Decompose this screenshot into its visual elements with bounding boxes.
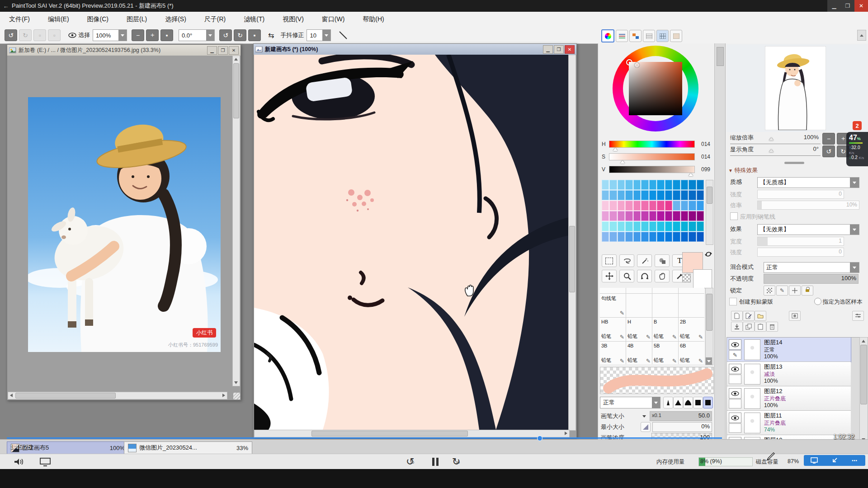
brush-item[interactable]: 6B 铅笔 ✎ [679, 342, 704, 364]
reference-restore-button[interactable]: ❐ [218, 46, 228, 55]
palette-swatch[interactable] [618, 190, 625, 200]
layers-scrollbar[interactable] [859, 337, 868, 444]
line-tool-icon[interactable] [338, 30, 348, 40]
palette-swatch[interactable] [673, 221, 680, 231]
brush-scrollbar[interactable] [705, 288, 713, 365]
scroll-up-arrow[interactable] [234, 58, 238, 61]
tip-shape-dome[interactable] [683, 397, 693, 408]
apply-to-pen-checkbox[interactable] [730, 212, 738, 220]
palette-swatch[interactable] [673, 211, 680, 221]
hue-ring[interactable] [613, 46, 698, 131]
brush-item[interactable]: B 铅笔 ✎ [652, 318, 678, 341]
panel-scroll-up-button[interactable] [857, 30, 866, 41]
palette-swatch[interactable] [665, 201, 672, 211]
rewind-10-button[interactable]: ↺10 [406, 456, 418, 468]
brush-size-dropdown[interactable] [642, 415, 646, 418]
palette-swatch[interactable] [602, 180, 609, 190]
panel-divider-grip[interactable] [784, 162, 804, 164]
flip-icon[interactable]: ⇆ [268, 31, 274, 40]
layer-item[interactable]: ✎ 图层12 正片叠底 100% [727, 386, 851, 411]
zoom-in-button[interactable]: ＋ [146, 29, 159, 41]
canvas-window-title-bar[interactable]: 新建画布5 (*) (100%) ▁ ❐ ✕ [254, 44, 576, 55]
brush-item[interactable] [652, 288, 678, 293]
value-slider[interactable] [609, 166, 695, 173]
player-progress-knob[interactable] [537, 436, 542, 441]
redo-button[interactable]: ↻ [19, 29, 32, 41]
palette-swatch[interactable] [618, 221, 625, 231]
palette-swatch[interactable] [665, 180, 672, 190]
palette-swatch[interactable] [609, 232, 617, 242]
menu-item[interactable]: 图层(L) [118, 15, 156, 23]
clear-layer-button[interactable] [755, 322, 766, 332]
brush-item[interactable] [626, 288, 652, 293]
palette-swatch[interactable] [665, 190, 672, 200]
palette-swatch[interactable] [625, 232, 632, 242]
zoom-slider-marker[interactable] [769, 137, 774, 141]
transparent-color-well[interactable] [682, 274, 691, 282]
selection-source-radio[interactable] [814, 298, 821, 305]
palette-swatch[interactable] [657, 232, 664, 242]
merge-down-button[interactable] [731, 322, 743, 332]
menu-item[interactable]: 滤镜(T) [235, 15, 274, 23]
swap-colors-icon[interactable] [705, 250, 713, 258]
new-linework-layer-button[interactable] [743, 311, 755, 321]
palette-swatch[interactable] [625, 221, 632, 231]
nav-rotate-ccw-button[interactable]: ↺ [822, 145, 835, 157]
move-tool[interactable] [602, 270, 617, 282]
brush-item[interactable]: 勾线笔 ✎ [600, 294, 626, 317]
palette-swatch[interactable] [633, 221, 641, 231]
mixer-panel-toggle[interactable] [643, 30, 655, 42]
rotate-view-tool[interactable] [637, 270, 652, 282]
palette-swatch[interactable] [633, 211, 641, 221]
layer-visibility-toggle[interactable] [729, 339, 741, 350]
min-size-slider[interactable]: 0% [652, 422, 712, 432]
forward-30-button[interactable]: ↻30 [452, 456, 464, 468]
palette-swatch[interactable] [681, 201, 688, 211]
delete-layer-button[interactable] [766, 322, 778, 332]
menu-item[interactable]: 视图(V) [274, 15, 313, 23]
effect-width-slider[interactable]: 1 [757, 237, 844, 246]
brush-item[interactable]: 4B 铅笔 ✎ [626, 342, 652, 364]
palette-swatch[interactable] [641, 180, 648, 190]
palette-swatch[interactable] [633, 232, 641, 242]
undo-button[interactable]: ↺ [5, 29, 17, 41]
palette-swatch[interactable] [618, 180, 625, 190]
zoom-tool[interactable] [619, 270, 634, 282]
brush-blend-combo[interactable]: 正常 [600, 397, 660, 408]
panel-splitter[interactable] [714, 43, 726, 454]
menu-item[interactable]: 窗口(W) [313, 15, 354, 23]
menu-item[interactable]: 编辑(E) [39, 15, 78, 23]
zoom-combo[interactable]: 100% [93, 29, 127, 41]
angle-dropdown[interactable] [206, 30, 214, 41]
palette-swatch[interactable] [625, 180, 632, 190]
new-folder-button[interactable] [755, 311, 766, 321]
scroll-right-arrow[interactable] [222, 394, 225, 397]
brush-item[interactable] [600, 288, 626, 293]
resize-grip[interactable] [233, 393, 240, 399]
canvas-horizontal-scrollbar[interactable] [254, 430, 570, 437]
palette-swatch[interactable] [689, 190, 696, 200]
palette-swatch[interactable] [697, 190, 704, 200]
screen-recorder-widget[interactable]: ⋯ [804, 455, 865, 466]
palette-swatch[interactable] [665, 221, 672, 231]
system-monitor-overlay[interactable]: 47% ↑32.0 K/s ↓0.2 K/s [846, 132, 868, 166]
palette-swatch[interactable] [681, 232, 688, 242]
menu-item[interactable]: 选择(S) [156, 15, 195, 23]
layer-visibility-toggle[interactable] [729, 364, 741, 374]
palette-swatch[interactable] [681, 190, 688, 200]
clipping-mask-checkbox[interactable] [729, 298, 737, 305]
copy-layer-button[interactable] [743, 322, 755, 332]
palette-swatch[interactable] [665, 211, 672, 221]
palette-swatch[interactable] [673, 190, 680, 200]
palette-swatch[interactable] [618, 201, 625, 211]
rect-select-tool[interactable] [602, 254, 617, 267]
palette-swatch[interactable] [649, 211, 656, 221]
minimize-button[interactable]: ▁ [827, 0, 841, 12]
palette-swatch[interactable] [633, 180, 641, 190]
canvas-close-button[interactable]: ✕ [565, 45, 575, 54]
menu-item[interactable]: 图像(C) [78, 15, 118, 23]
brush-item[interactable]: HB 铅笔 ✎ [600, 318, 626, 341]
brush-item[interactable]: H 铅笔 ✎ [626, 318, 652, 341]
stabilizer-dropdown[interactable] [322, 30, 330, 41]
palette-swatch[interactable] [689, 221, 696, 231]
